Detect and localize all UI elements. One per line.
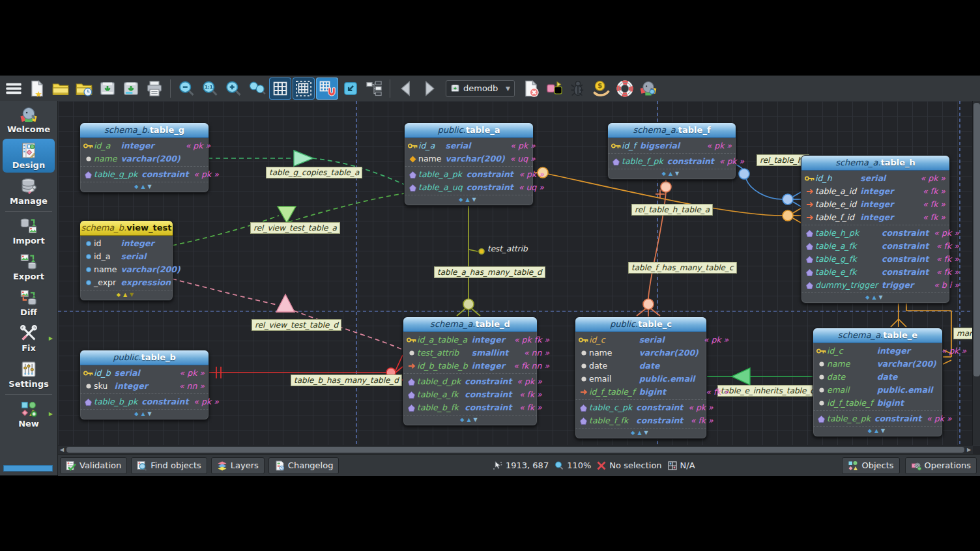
relationship-label-test_attrib[interactable]: test_attrib [485, 244, 530, 254]
plugins-button[interactable] [543, 78, 566, 100]
vscroll-handle[interactable] [973, 103, 980, 376]
table-header[interactable]: public.table_b [80, 350, 209, 365]
diff-icon [20, 289, 38, 307]
sidebar-item-manage[interactable]: Manage [3, 175, 55, 208]
table-collapse-controls[interactable]: ◆▲▼ [80, 290, 173, 300]
nav-back-button[interactable] [395, 78, 417, 100]
column-type: serial [445, 139, 510, 152]
new-model-button[interactable]: ★ [26, 78, 48, 100]
table-collapse-controls[interactable]: ◆▲▼ [801, 292, 949, 303]
table-collapse-controls[interactable]: ◆▲▼ [80, 182, 209, 192]
zoom-out-icon [177, 79, 195, 98]
table-header[interactable]: schema_b.table_g [80, 123, 209, 138]
relationship-label-rel_view_test_table_a[interactable]: rel_view_test_table_a [250, 222, 340, 234]
model-canvas[interactable]: table_g_copies_table_arel_view_test_tabl… [58, 101, 980, 454]
zoom-out-button[interactable] [175, 78, 197, 100]
table-header[interactable]: public.table_c [575, 317, 706, 332]
open-model-button[interactable] [50, 78, 72, 100]
layers-button[interactable]: Layers [211, 457, 265, 474]
donate-button[interactable]: $ [590, 78, 612, 100]
table-collapse-controls[interactable]: ◆▲▼ [813, 426, 942, 436]
snap-to-grid-button[interactable] [316, 78, 338, 100]
close-model-button[interactable] [520, 78, 542, 100]
operations-panel-button[interactable]: Operations [905, 457, 977, 474]
recent-models-button[interactable] [73, 78, 95, 100]
table-collapse-controls[interactable]: ◆▲▼ [405, 195, 533, 205]
hscroll-handle[interactable] [66, 447, 964, 453]
sidebar-item-diff[interactable]: Diff [3, 286, 55, 320]
column-name: dummy_trigger [815, 279, 882, 292]
sidebar-item-label: Settings [8, 379, 48, 389]
save-as-button[interactable] [120, 78, 142, 100]
table-schema_a.table_d[interactable]: schema_a.table_did_a_table_ainteger« pk … [403, 317, 538, 426]
table-header[interactable]: schema_b.view_test [80, 221, 173, 236]
table-header[interactable]: public.table_a [405, 123, 533, 138]
relationship-label-table_a_has_many_table_d[interactable]: table_a_has_many_table_d [434, 266, 545, 278]
table-public.table_b[interactable]: public.table_bid_bserial« pk »skuinteger… [79, 350, 209, 420]
table-collapse-controls[interactable]: ◆▲▼ [403, 415, 537, 425]
bug-report-button[interactable] [567, 78, 589, 100]
edge-f-h [735, 164, 801, 206]
sidebar-item-export[interactable]: Export [3, 250, 55, 284]
table-header[interactable]: schema_a.table_h [801, 156, 949, 171]
sidebar-item-new[interactable]: New▶ [3, 397, 55, 431]
column-type: date [877, 371, 942, 384]
zoom-original-button[interactable]: 1:1 [199, 78, 221, 100]
table-header[interactable]: schema_a.table_d [403, 317, 537, 332]
columns-section: id_cserial« pk »namevarchar(200)datedate… [575, 332, 706, 399]
show-grid-button[interactable] [269, 78, 291, 100]
column-flags: « pk » [704, 333, 730, 346]
validation-button[interactable]: Validation [60, 457, 127, 474]
sidebar-item-fix[interactable]: Fix▶ [3, 322, 55, 356]
table-schema_b.table_g[interactable]: schema_b.table_gid_ainteger« pk »namevar… [79, 122, 209, 193]
sidebar-item-import[interactable]: Import [3, 214, 55, 248]
changelog-button[interactable]: Changelog [268, 457, 339, 474]
print-model-button[interactable] [143, 78, 166, 100]
table-header[interactable]: schema_a.table_f [608, 123, 736, 138]
table-schema_a.table_f[interactable]: schema_a.table_fid_fbigserial« pk »table… [607, 122, 736, 180]
table-schema_b.view_test[interactable]: schema_b.view_testidintegerid_aserialnam… [79, 220, 173, 301]
scroll-right-icon[interactable]: ▶ [965, 445, 973, 454]
table-name: table_d [476, 319, 510, 329]
column-name: id_c [827, 345, 877, 358]
compact-view-button[interactable] [339, 78, 362, 100]
sidebar-item-welcome[interactable]: Welcome [3, 103, 55, 137]
page-delimiters-button[interactable] [293, 78, 315, 100]
table-collapse-controls[interactable]: ◆▲▼ [608, 169, 736, 179]
relationship-label-table_e_inherits_table_c[interactable]: table_e_inherits_table_c [717, 385, 818, 397]
main-menu-button[interactable] [3, 78, 25, 100]
horizontal-scrollbar[interactable]: ◀ ▶ [58, 445, 973, 454]
table-collapse-controls[interactable]: ◆▲▼ [575, 428, 706, 438]
nav-forward-button[interactable] [418, 78, 440, 100]
objects-panel-button[interactable]: Objects [842, 457, 899, 474]
relationship-label-table_g_copies_table_a[interactable]: table_g_copies_table_a [266, 167, 362, 178]
table-schema_a.table_h[interactable]: schema_a.table_hid_hserial« pk »table_a_… [801, 155, 950, 304]
relationship-label-table_f_has_many_table_c[interactable]: table_f_has_many_table_c [628, 262, 737, 274]
relationship-label-table_b_has_many_table_d[interactable]: table_b_has_many_table_d [291, 374, 402, 386]
table-public.table_c[interactable]: public.table_cid_cserial« pk »namevarcha… [575, 317, 707, 439]
column-icon [816, 397, 827, 410]
support-button[interactable] [614, 78, 636, 100]
scroll-left-icon[interactable]: ◀ [58, 445, 66, 454]
zoom-in-button[interactable] [222, 78, 244, 100]
relationship-label-rel_table_h_table_a[interactable]: rel_table_h_table_a [631, 204, 713, 216]
column-name: table_e_id [815, 198, 860, 211]
magnifier-tool-button[interactable] [246, 78, 268, 100]
arrange-objects-button[interactable] [363, 78, 385, 100]
column-name: table_a_id [815, 185, 860, 198]
column-type: varchar(200) [639, 346, 704, 360]
save-model-button[interactable] [96, 78, 119, 100]
table-header[interactable]: schema_a.table_e [813, 328, 942, 343]
about-button[interactable] [637, 78, 659, 100]
column-flags: « fk » [519, 388, 543, 401]
vertical-scrollbar[interactable] [972, 101, 980, 445]
sidebar-item-design[interactable]: Design [3, 139, 55, 173]
table-schema_a.table_e[interactable]: schema_a.table_eid_cinteger« pk »namevar… [813, 328, 943, 437]
find-objects-button[interactable]: Find objects [131, 457, 207, 474]
table-collapse-controls[interactable]: ◆▲▼ [80, 409, 209, 419]
model-selector-dropdown[interactable]: demodb▼ [446, 80, 515, 97]
relationship-label-rel_view_test_table_d[interactable]: rel_view_test_table_d [252, 319, 341, 331]
table-public.table_a[interactable]: public.table_aid_aserial« pk »namevarcha… [404, 122, 534, 206]
sidebar-item-settings[interactable]: Settings [3, 358, 55, 391]
column-name: table_e_fk [815, 266, 882, 279]
